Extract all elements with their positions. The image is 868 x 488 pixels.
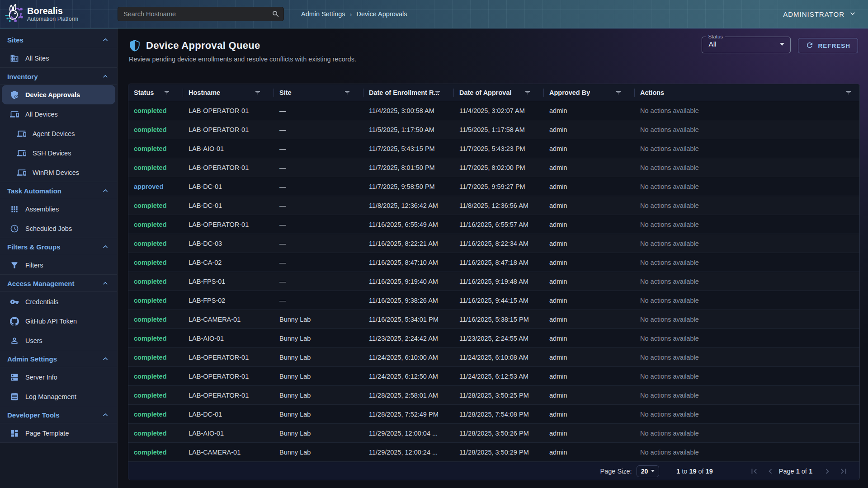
table-row[interactable]: completedLAB-OPERATOR-01—11/7/2025, 8:01… <box>128 158 859 177</box>
top-bar: Borealis Automation Platform Admin Setti… <box>0 0 868 28</box>
sidebar-item-assemblies[interactable]: Assemblies <box>0 199 117 219</box>
actions-cell: No actions available <box>635 310 859 328</box>
table-cell: admin <box>544 367 635 385</box>
filter-list-icon[interactable] <box>845 89 852 96</box>
table-row[interactable]: completedLAB-CA-02—11/16/2025, 8:47:10 A… <box>128 253 859 272</box>
table-cell: 11/4/2025, 3:00:58 AM <box>363 101 454 120</box>
search-input[interactable] <box>118 7 284 21</box>
chevron-up-icon <box>101 242 110 251</box>
table-cell: Bunny Lab <box>274 367 363 385</box>
table-row[interactable]: approvedLAB-DC-01—11/7/2025, 9:58:50 PM1… <box>128 177 859 196</box>
sidebar-item-filters[interactable]: Filters <box>0 255 117 275</box>
user-menu[interactable]: ADMINISTRATOR <box>783 9 857 19</box>
table-row[interactable]: completedLAB-OPERATOR-01Bunny Lab11/24/2… <box>128 348 859 367</box>
sidebar-item-ssh-devices[interactable]: SSH Devices <box>0 143 117 163</box>
sidebar-item-label: All Sites <box>25 55 49 62</box>
table-cell: LAB-CA-02 <box>183 253 274 272</box>
sidebar-section-header-access-management[interactable]: Access Management <box>0 275 117 292</box>
last-page-icon[interactable] <box>839 466 849 476</box>
table-row[interactable]: completedLAB-OPERATOR-01Bunny Lab11/28/2… <box>128 386 859 405</box>
table-cell: 11/7/2025, 5:43:15 PM <box>363 139 454 158</box>
column-header-status[interactable]: Status <box>128 84 183 101</box>
table-cell: admin <box>544 139 635 158</box>
table-row[interactable]: completedLAB-OPERATOR-01—11/4/2025, 3:00… <box>128 101 859 120</box>
sidebar-item-label: Scheduled Jobs <box>25 225 72 232</box>
filter-list-icon[interactable] <box>524 89 531 96</box>
breadcrumb-admin-settings[interactable]: Admin Settings <box>301 10 345 18</box>
table-row[interactable]: completedLAB-DC-01—11/8/2025, 12:36:42 A… <box>128 196 859 215</box>
column-header-site[interactable]: Site <box>274 84 363 101</box>
status-badge: completed <box>128 215 183 234</box>
sidebar-section-label: Inventory <box>7 73 101 80</box>
sidebar-item-log-management[interactable]: Log Management <box>0 387 117 406</box>
filter-list-icon[interactable] <box>615 89 622 96</box>
breadcrumb-device-approvals[interactable]: Device Approvals <box>357 10 407 18</box>
apps-grid-icon <box>10 205 19 214</box>
sidebar-item-users[interactable]: Users <box>0 331 117 350</box>
actions-cell: No actions available <box>635 177 859 196</box>
sidebar-item-credentials[interactable]: Credentials <box>0 292 117 311</box>
sidebar-item-label: Credentials <box>25 298 58 305</box>
sidebar-section-header-inventory[interactable]: Inventory <box>0 68 117 85</box>
column-header-date-of-enrollment-r[interactable]: Date of Enrollment R... <box>363 84 454 101</box>
sidebar-item-page-template[interactable]: Page Template <box>0 423 117 443</box>
column-header-hostname[interactable]: Hostname <box>183 84 274 101</box>
table-row[interactable]: completedLAB-AIO-01Bunny Lab11/23/2025, … <box>128 329 859 348</box>
table-row[interactable]: completedLAB-CAMERA-01Bunny Lab11/29/202… <box>128 443 859 462</box>
filter-list-icon[interactable] <box>434 89 441 96</box>
filter-list-icon[interactable] <box>163 89 170 96</box>
column-header-label: Actions <box>640 89 664 96</box>
table-cell: 11/4/2025, 3:02:07 AM <box>454 101 544 120</box>
sidebar-item-label: Device Approvals <box>25 91 80 99</box>
sidebar-section-header-developer-tools[interactable]: Developer Tools <box>0 406 117 423</box>
sidebar-item-agent-devices[interactable]: Agent Devices <box>0 124 117 143</box>
next-page-icon[interactable] <box>822 466 832 476</box>
table-row[interactable]: completedLAB-AIO-01Bunny Lab11/29/2025, … <box>128 424 859 443</box>
sidebar-section-header-sites[interactable]: Sites <box>0 31 117 48</box>
sidebar-item-server-info[interactable]: Server Info <box>0 367 117 387</box>
table-row[interactable]: completedLAB-AIO-01—11/7/2025, 5:43:15 P… <box>128 139 859 158</box>
sidebar-item-all-devices[interactable]: All Devices <box>0 104 117 124</box>
table-row[interactable]: completedLAB-FPS-01—11/16/2025, 9:19:40 … <box>128 272 859 291</box>
sidebar-section-header-task-automation[interactable]: Task Automation <box>0 182 117 199</box>
column-header-date-of-approval[interactable]: Date of Approval <box>454 84 544 101</box>
table-row[interactable]: completedLAB-OPERATOR-01—11/16/2025, 6:5… <box>128 215 859 234</box>
page-size-value: 20 <box>641 468 648 475</box>
actions-cell: No actions available <box>635 386 859 404</box>
sidebar-item-label: SSH Devices <box>33 150 71 157</box>
sidebar-section-header-filters-groups[interactable]: Filters & Groups <box>0 238 117 255</box>
column-header-actions[interactable]: Actions <box>635 84 859 101</box>
column-header-label: Date of Enrollment R... <box>369 89 439 96</box>
sidebar-item-winrm-devices[interactable]: WinRM Devices <box>0 163 117 182</box>
sidebar-item-label: All Devices <box>25 111 58 118</box>
search-icon <box>272 10 280 18</box>
sidebar-item-device-approvals[interactable]: Device Approvals <box>2 85 115 104</box>
table-cell: 11/28/2025, 3:50:29 PM <box>454 443 544 461</box>
column-header-approved-by[interactable]: Approved By <box>544 84 635 101</box>
sidebar-section-header-admin-settings[interactable]: Admin Settings <box>0 350 117 367</box>
previous-page-icon[interactable] <box>765 466 775 476</box>
table-row[interactable]: completedLAB-CAMERA-01Bunny Lab11/16/202… <box>128 310 859 329</box>
table-cell: LAB-OPERATOR-01 <box>183 215 274 234</box>
sidebar-item-github-api-token[interactable]: GitHub API Token <box>0 311 117 331</box>
page-size-select[interactable]: 20 <box>637 465 660 477</box>
table-row[interactable]: completedLAB-OPERATOR-01Bunny Lab11/24/2… <box>128 367 859 386</box>
refresh-button[interactable]: REFRESH <box>798 38 858 53</box>
devices-icon <box>17 168 26 177</box>
status-filter-select[interactable]: Status All <box>702 34 791 53</box>
table-cell: 11/5/2025, 1:17:58 AM <box>454 120 544 139</box>
filter-list-icon[interactable] <box>254 89 261 96</box>
table-cell: LAB-OPERATOR-01 <box>183 367 274 385</box>
table-cell: LAB-FPS-02 <box>183 291 274 310</box>
table-row[interactable]: completedLAB-FPS-02—11/16/2025, 9:38:26 … <box>128 291 859 310</box>
filter-list-icon[interactable] <box>344 89 351 96</box>
table-cell: 11/28/2025, 3:50:26 PM <box>454 424 544 442</box>
sidebar-item-all-sites[interactable]: All Sites <box>0 48 117 68</box>
table-row[interactable]: completedLAB-DC-03—11/16/2025, 8:22:21 A… <box>128 234 859 253</box>
table-row[interactable]: completedLAB-DC-01Bunny Lab11/28/2025, 7… <box>128 405 859 424</box>
table-cell: — <box>274 272 363 291</box>
first-page-icon[interactable] <box>749 466 759 476</box>
sidebar-item-label: Server Info <box>25 374 57 381</box>
table-row[interactable]: completedLAB-OPERATOR-01—11/5/2025, 1:17… <box>128 120 859 139</box>
sidebar-item-scheduled-jobs[interactable]: Scheduled Jobs <box>0 219 117 238</box>
